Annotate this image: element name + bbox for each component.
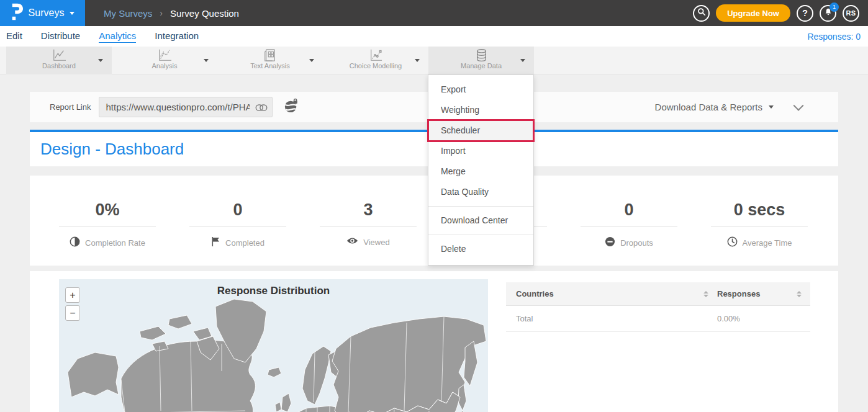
report-link-input[interactable]: [99, 97, 273, 117]
menu-divider: [428, 206, 533, 207]
row-country-cell: Total: [506, 314, 717, 323]
column-header-responses[interactable]: Responses: [717, 289, 810, 298]
chevron-down-icon[interactable]: [415, 59, 420, 62]
tab-choice-modelling[interactable]: Choice Modelling: [323, 47, 428, 74]
tab-text-analysis[interactable]: Text Analysis: [217, 47, 323, 74]
text-document-icon: [217, 48, 323, 63]
question-mark-icon: ?: [802, 8, 808, 18]
search-button[interactable]: [693, 5, 710, 22]
responses-count: Responses: 0: [807, 32, 861, 42]
help-button[interactable]: ?: [797, 5, 813, 22]
chevron-down-icon: [70, 12, 75, 15]
map-zoom-out-button[interactable]: −: [65, 305, 80, 321]
upgrade-now-button[interactable]: Upgrade Now: [716, 4, 790, 22]
product-label: Surveys: [29, 7, 65, 19]
menu-item-weighting[interactable]: Weighting: [428, 100, 533, 120]
analysis-chart-icon: [112, 48, 217, 63]
stat-completion-rate: 0% Completion Rate: [42, 176, 173, 266]
clock-icon: [727, 236, 738, 249]
tab-dashboard[interactable]: Dashboard: [6, 47, 112, 74]
countries-table: Countries Responses Total 0.00%: [506, 282, 810, 332]
avatar-initials: RS: [846, 9, 856, 17]
table-row: Total 0.00%: [506, 306, 810, 332]
notification-count-badge: 1: [830, 2, 839, 12]
analytics-toolbar: Dashboard Analysis Text Analysis: [0, 47, 868, 74]
column-header-countries[interactable]: Countries: [506, 289, 717, 298]
eye-icon: [346, 236, 358, 248]
menu-item-import[interactable]: Import: [428, 141, 533, 161]
stat-dropouts: 0 Dropouts: [564, 176, 694, 266]
world-map[interactable]: [59, 279, 488, 412]
header-actions: Upgrade Now ? 1 RS: [693, 4, 868, 22]
stat-viewed: 3 Viewed: [303, 176, 433, 266]
flag-icon: [211, 236, 220, 249]
chevron-down-icon[interactable]: [309, 59, 314, 62]
chevron-down-icon[interactable]: [204, 59, 209, 62]
row-responses-cell: 0.00%: [717, 314, 810, 323]
app-root: Surveys My Surveys › Survey Question Upg…: [0, 0, 868, 412]
page-title: Design - Dashboard: [40, 140, 184, 159]
nav-item-distribute[interactable]: Distribute: [41, 30, 80, 42]
nav-item-integration[interactable]: Integration: [155, 30, 199, 42]
breadcrumb: My Surveys › Survey Question: [104, 8, 239, 19]
manage-data-dropdown: Export Weighting Scheduler Import Merge …: [428, 74, 534, 266]
map-title: Response Distribution: [59, 285, 488, 297]
link-icon[interactable]: [255, 103, 268, 114]
top-header: Surveys My Surveys › Survey Question Upg…: [0, 0, 868, 26]
menu-item-merge[interactable]: Merge: [428, 161, 533, 182]
minus-circle-icon: [605, 236, 615, 249]
globe-lock-icon[interactable]: [284, 98, 299, 116]
nav-item-edit[interactable]: Edit: [6, 30, 22, 42]
chevron-down-icon: [769, 105, 774, 109]
menu-item-export[interactable]: Export: [428, 79, 533, 100]
choice-chart-icon: [323, 48, 428, 63]
report-link-label: Report Link: [50, 102, 91, 112]
database-icon: [428, 48, 534, 63]
menu-item-download-center[interactable]: Download Center: [428, 210, 533, 231]
download-data-reports-menu[interactable]: Download Data & Reports: [655, 102, 774, 112]
download-group: Download Data & Reports: [655, 102, 838, 112]
stat-average-time: 0 secs Average Time: [694, 176, 825, 266]
tab-analysis[interactable]: Analysis: [112, 47, 217, 74]
sort-icon[interactable]: [797, 291, 802, 297]
breadcrumb-current: Survey Question: [170, 8, 239, 19]
menu-item-data-quality[interactable]: Data Quality: [428, 182, 533, 202]
menu-divider: [428, 235, 533, 235]
tab-manage-data[interactable]: Manage Data: [428, 47, 534, 74]
breadcrumb-my-surveys[interactable]: My Surveys: [104, 8, 152, 19]
account-avatar[interactable]: RS: [843, 5, 859, 22]
table-header: Countries Responses: [506, 282, 810, 306]
notifications-button[interactable]: 1: [820, 5, 836, 22]
half-pie-icon: [70, 236, 80, 249]
collapse-chevron-icon[interactable]: [793, 100, 804, 110]
nav-item-analytics[interactable]: Analytics: [99, 30, 136, 43]
response-distribution-map[interactable]: Response Distribution + −: [59, 279, 488, 412]
breadcrumb-separator: ›: [160, 8, 163, 18]
content-card: Response Distribution + −: [30, 271, 838, 412]
chevron-down-icon[interactable]: [520, 59, 525, 62]
line-chart-icon: [6, 48, 112, 63]
map-zoom-in-button[interactable]: +: [65, 287, 80, 303]
menu-item-delete[interactable]: Delete: [428, 239, 533, 259]
surveys-product-menu[interactable]: Surveys: [0, 0, 85, 26]
search-icon: [697, 7, 706, 19]
stat-completed: 0 Completed: [173, 176, 303, 266]
chevron-down-icon[interactable]: [98, 59, 103, 62]
questionpro-logo-icon: [11, 3, 23, 24]
menu-item-scheduler[interactable]: Scheduler: [428, 120, 533, 141]
sort-icon[interactable]: [703, 291, 708, 297]
survey-nav: Edit Distribute Analytics Integration Re…: [0, 26, 868, 47]
